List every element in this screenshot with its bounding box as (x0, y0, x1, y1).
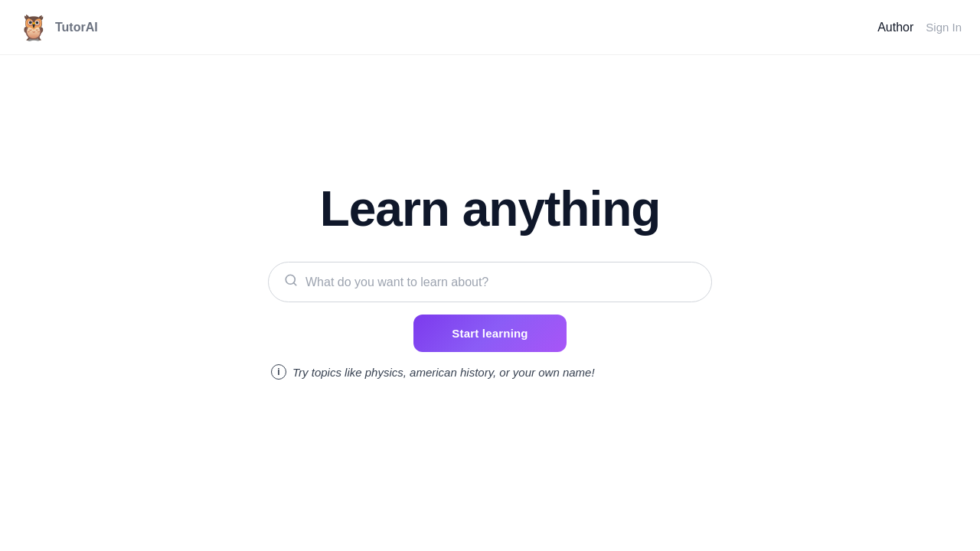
search-box (268, 262, 712, 302)
search-input[interactable] (305, 276, 696, 289)
search-container (268, 262, 712, 302)
logo-text: TutorAI (55, 21, 98, 34)
hero-title: Learn anything (320, 181, 661, 237)
hint-text: Try topics like physics, american histor… (292, 366, 595, 379)
info-icon: i (271, 364, 286, 380)
nav: Author Sign In (877, 21, 962, 34)
button-container: Start learning (268, 315, 712, 364)
owl-icon: 🦉 (18, 15, 49, 40)
search-icon (284, 273, 298, 291)
main-content: Learn anything Start learning i Try topi… (0, 55, 980, 551)
logo[interactable]: 🦉 TutorAI (18, 15, 98, 40)
svg-line-1 (293, 282, 296, 285)
start-learning-button[interactable]: Start learning (413, 315, 567, 352)
header: 🦉 TutorAI Author Sign In (0, 0, 980, 55)
hint-container: i Try topics like physics, american hist… (268, 364, 712, 380)
sign-in-button[interactable]: Sign In (926, 21, 962, 34)
nav-author-link[interactable]: Author (877, 21, 913, 34)
